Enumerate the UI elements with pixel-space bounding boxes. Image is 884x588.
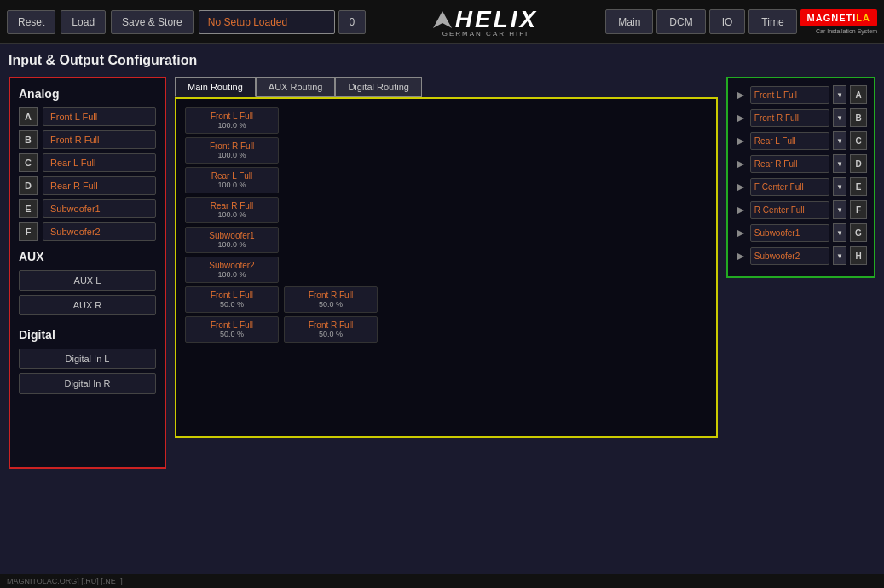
arrow-icon-b: ► [735,111,747,124]
channel-row-a: A Front L Full [19,107,156,126]
aux-r-button[interactable]: AUX R [19,295,156,315]
main-content: Input & Output Configuration Analog A Fr… [0,44,884,477]
routing-tabs: Main Routing AUX Routing Digital Routing [175,77,718,97]
page-title: Input & Output Configuration [9,53,875,68]
tab-aux-routing[interactable]: AUX Routing [256,77,336,97]
right-panel: ► Front L Full ▼ A ► Front R Full ▼ B ► [726,77,875,278]
output-dropdown-f[interactable]: ▼ [833,200,846,219]
output-dropdown-c[interactable]: ▼ [833,131,846,150]
output-row-d: ► Rear R Full ▼ D [735,154,867,173]
output-select-e[interactable]: F Center Full [750,178,829,196]
output-select-f[interactable]: R Center Full [750,201,829,219]
routing-area: Front L Full 100.0 % Front R Full 100.0 … [175,97,718,438]
output-row-b: ► Front R Full ▼ B [735,108,867,127]
output-letter-b[interactable]: B [850,108,867,127]
output-letter-a[interactable]: A [850,85,867,104]
output-letter-c[interactable]: C [850,131,867,150]
channel-btn-c[interactable]: Rear L Full [43,153,156,172]
digital-in-l-button[interactable]: Digital In L [19,349,156,369]
svg-marker-0 [433,11,452,28]
arrow-icon-h: ► [735,249,747,262]
tab-main-routing[interactable]: Main Routing [175,77,256,97]
left-panel: Analog A Front L Full B Front R Full C R… [9,77,166,469]
channel-letter-f[interactable]: F [19,222,38,241]
save-store-button[interactable]: Save & Store [111,10,194,34]
magneti-suffix: LA [856,13,870,23]
tab-digital-routing[interactable]: Digital Routing [335,77,422,97]
output-letter-h[interactable]: H [850,246,867,265]
setup-container [199,10,366,34]
output-select-c[interactable]: Rear L Full [750,132,829,150]
routing-row-8: Front L Full 50.0 % Front R Full 50.0 % [185,316,708,343]
routing-btn-3-1[interactable]: Rear L Full 100.0 % [185,167,279,193]
nav-dcm-button[interactable]: DCM [656,9,705,34]
channel-row-e: E Subwoofer1 [19,199,156,218]
channel-row-c: C Rear L Full [19,153,156,172]
arrow-icon-d: ► [735,157,747,170]
output-letter-g[interactable]: G [850,223,867,242]
output-select-b[interactable]: Front R Full [750,109,829,127]
output-dropdown-b[interactable]: ▼ [833,108,846,127]
channel-letter-a[interactable]: A [19,107,38,126]
arrow-icon-e: ► [735,180,747,193]
output-letter-f[interactable]: F [850,200,867,219]
layout: Analog A Front L Full B Front R Full C R… [9,77,875,469]
analog-section-title: Analog [19,87,156,101]
routing-btn-7-1[interactable]: Front L Full 50.0 % [185,286,279,313]
channel-row-f: F Subwoofer2 [19,222,156,241]
output-row-f: ► R Center Full ▼ F [735,200,867,219]
output-select-a[interactable]: Front L Full [750,86,829,104]
output-select-d[interactable]: Rear R Full [750,155,829,173]
routing-btn-5-1[interactable]: Subwoofer1 100.0 % [185,227,279,253]
nav-io-button[interactable]: IO [709,9,746,34]
arrow-icon-g: ► [735,226,747,239]
output-select-g[interactable]: Subwoofer1 [750,224,829,242]
routing-btn-8-1[interactable]: Front L Full 50.0 % [185,316,279,343]
channel-letter-b[interactable]: B [19,130,38,149]
channel-letter-d[interactable]: D [19,176,38,195]
output-dropdown-d[interactable]: ▼ [833,154,846,173]
output-row-h: ► Subwoofer2 ▼ H [735,246,867,265]
routing-btn-1-1[interactable]: Front L Full 100.0 % [185,107,279,134]
arrow-icon-c: ► [735,134,747,147]
output-letter-e[interactable]: E [850,177,867,196]
output-dropdown-g[interactable]: ▼ [833,223,846,242]
routing-row-7: Front L Full 50.0 % Front R Full 50.0 % [185,286,708,313]
routing-btn-6-1[interactable]: Subwoofer2 100.0 % [185,257,279,283]
channel-btn-e[interactable]: Subwoofer1 [43,199,156,218]
setup-name-input[interactable] [199,10,335,34]
output-letter-d[interactable]: D [850,154,867,173]
nav-time-button[interactable]: Time [748,9,796,34]
setup-number-input[interactable] [338,10,366,34]
routing-row-5: Subwoofer1 100.0 % [185,227,708,253]
arrow-icon-a: ► [735,88,747,101]
reset-button[interactable]: Reset [7,10,55,34]
load-button[interactable]: Load [61,10,106,34]
channel-btn-b[interactable]: Front R Full [43,130,156,149]
channel-btn-a[interactable]: Front L Full [43,107,156,126]
arrow-icon-f: ► [735,203,747,216]
footer-text: MAGNITOLAC.ORG] [.RU] [.NET] [7,577,123,585]
routing-btn-7-2[interactable]: Front R Full 50.0 % [284,286,378,313]
aux-l-button[interactable]: AUX L [19,270,156,291]
routing-btn-8-2[interactable]: Front R Full 50.0 % [284,316,378,343]
magneti-badge: MAGNETILA [800,9,877,26]
channel-letter-c[interactable]: C [19,153,38,172]
nav-buttons: Main DCM IO Time MAGNETILA Car Installat… [605,9,877,34]
output-dropdown-e[interactable]: ▼ [833,177,846,196]
channel-btn-f[interactable]: Subwoofer2 [43,222,156,241]
digital-in-r-button[interactable]: Digital In R [19,373,156,394]
routing-btn-4-1[interactable]: Rear R Full 100.0 % [185,197,279,223]
output-dropdown-h[interactable]: ▼ [833,246,846,265]
routing-btn-2-1[interactable]: Front R Full 100.0 % [185,137,279,164]
channel-btn-d[interactable]: Rear R Full [43,176,156,195]
routing-row-2: Front R Full 100.0 % [185,137,708,164]
channel-letter-e[interactable]: E [19,199,38,218]
output-select-h[interactable]: Subwoofer2 [750,247,829,265]
helix-sub-text: GERMAN CAR HIFI [442,30,529,37]
magneti-sub: Car Installation System [816,28,877,34]
routing-row-6: Subwoofer2 100.0 % [185,257,708,283]
output-dropdown-a[interactable]: ▼ [833,85,846,104]
nav-main-button[interactable]: Main [605,9,653,34]
output-row-c: ► Rear L Full ▼ C [735,131,867,150]
